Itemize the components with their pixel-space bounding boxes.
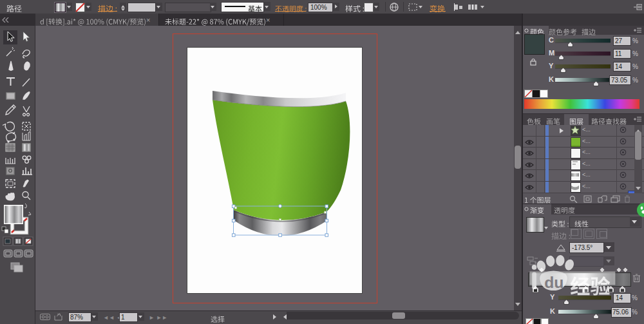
- svg-text:du: du: [544, 274, 564, 291]
